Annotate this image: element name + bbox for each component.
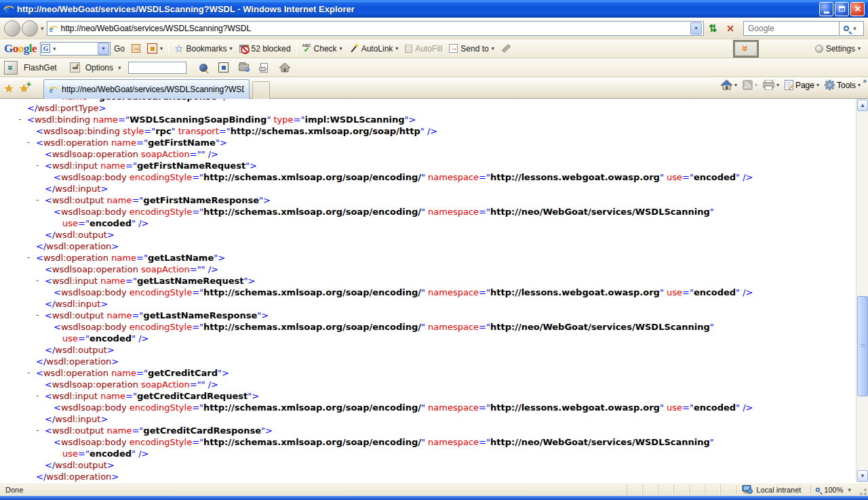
xml-lines: </wsdl:portType>-<wsdl:binding name="WSD… [0, 102, 856, 482]
spellcheck-dropdown[interactable]: ▾ [340, 45, 342, 51]
resize-grip[interactable] [858, 486, 867, 496]
address-bar[interactable]: e http://neo/WebGoat/services/WSDLScanni… [47, 21, 704, 36]
refresh-button[interactable]: ⇅ [704, 20, 722, 37]
stop-button[interactable] [722, 20, 739, 37]
xml-collapse-toggle[interactable]: - [36, 160, 39, 171]
close-button[interactable] [850, 2, 865, 16]
xml-line: </wsdl:operation> [0, 356, 856, 367]
xml-line: </wsdl:input> [0, 298, 856, 310]
xml-collapse-toggle[interactable]: - [18, 114, 21, 125]
capture-button[interactable] [214, 62, 234, 72]
favorites-center-button[interactable]: ★ [4, 82, 14, 95]
xml-collapse-toggle[interactable]: - [36, 425, 39, 436]
sendto-button[interactable]: Send to▾ [446, 44, 497, 54]
cube-dropdown[interactable]: ▾ [160, 45, 163, 51]
google-logo: Google [4, 42, 37, 56]
google-sitesearch-button[interactable]: ▾ [144, 43, 166, 54]
xml-collapse-toggle[interactable]: - [27, 367, 30, 379]
refresh-icon: ⇅ [709, 22, 717, 35]
flashget-chevron-icon: » [740, 45, 751, 51]
new-tab-stub[interactable] [252, 81, 270, 99]
xml-collapse-toggle[interactable]: - [36, 275, 39, 287]
vertical-scrollbar[interactable]: ▲ ▼ [856, 99, 868, 482]
google-go-button[interactable]: Go [111, 44, 128, 54]
xml-line: <wsdlsoap:body encodingStyle="http://sch… [0, 436, 856, 448]
sendto-dropdown[interactable]: ▾ [492, 45, 494, 51]
flashget-home-button[interactable] [275, 63, 295, 72]
back-button[interactable]: ← [4, 20, 20, 37]
zoom-control[interactable]: 100% ▾ [810, 486, 858, 494]
address-dropdown-button[interactable]: ▾ [690, 22, 702, 35]
xml-collapse-toggle[interactable]: - [36, 390, 39, 402]
search-options-dropdown[interactable]: ▾ [853, 25, 856, 32]
status-bar: Done Local intranet 100% ▾ [0, 482, 868, 496]
feed-button [743, 80, 753, 90]
autolink-button[interactable]: AutoLink▾ [346, 44, 402, 54]
xml-collapse-toggle[interactable]: - [27, 137, 30, 148]
xml-line: <wsdlsoap:body encodingStyle="http://sch… [0, 206, 856, 217]
xml-line: -<wsdl:operation name="getCreditCard"> [0, 367, 856, 379]
xml-line: <wsdlsoap:operation soapAction="" /> [0, 148, 856, 160]
capture-target-icon [218, 62, 229, 72]
xml-collapse-toggle[interactable]: - [36, 194, 39, 206]
site-explorer-button[interactable] [234, 64, 254, 71]
spellcheck-button[interactable]: ABC✓Check▾ [299, 43, 346, 54]
flashget-label-button[interactable]: FlashGet [20, 63, 60, 72]
page-menu-button[interactable]: Page [795, 81, 814, 90]
google-search-dropdown[interactable]: ▾ [98, 43, 109, 55]
google-search-field[interactable]: G ▾ ▾ [40, 42, 111, 56]
toolbar-overflow-chevron[interactable]: » [863, 77, 867, 85]
bookmarks-dropdown[interactable]: ▾ [230, 45, 233, 51]
options-button[interactable]: Options [82, 63, 117, 72]
autolink-dropdown[interactable]: ▾ [395, 45, 398, 51]
page-dropdown[interactable]: ▾ [816, 82, 819, 88]
restore-button[interactable] [835, 2, 849, 16]
status-pane [658, 484, 673, 495]
minimize-icon [824, 12, 829, 14]
web-search-button[interactable] [193, 64, 214, 72]
options-dropdown[interactable]: ▾ [118, 64, 121, 71]
print-button[interactable] [763, 80, 774, 90]
zoom-dropdown[interactable]: ▾ [848, 486, 851, 493]
add-favorite-button[interactable]: ★ [19, 82, 28, 95]
bookmarks-button[interactable]: ☆Bookmarks▾ [171, 43, 236, 55]
home-dropdown[interactable]: ▾ [734, 82, 737, 88]
history-dropdown[interactable]: ▾ [41, 25, 44, 32]
tools-dropdown[interactable]: ▾ [858, 82, 861, 88]
download-page-button[interactable] [254, 63, 275, 72]
google-news-button[interactable] [128, 44, 144, 53]
status-pane [673, 484, 689, 495]
xml-line: </wsdl:portType> [0, 102, 856, 114]
scrollbar-thumb[interactable] [857, 296, 868, 396]
home-button[interactable] [721, 80, 732, 90]
address-url[interactable]: http://neo/WebGoat/services/WSDLScanning… [61, 24, 690, 33]
google-toolbar: Google G ▾ ▾ Go ▾ ☆Bookmarks▾ 52 blocked… [0, 39, 868, 58]
status-pane [720, 484, 736, 495]
search-input[interactable] [747, 23, 836, 34]
xml-line: -<wsdl:input name="getLastNameRequest"> [0, 275, 856, 287]
settings-dropdown[interactable]: ▾ [858, 45, 861, 51]
flashget-search-field[interactable] [128, 62, 186, 74]
xml-line: <wsdlsoap:body encodingStyle="http://sch… [0, 171, 856, 183]
search-box[interactable] [743, 21, 840, 36]
xml-line: <wsdlsoap:body encodingStyle="http://sch… [0, 287, 856, 298]
xml-collapse-toggle[interactable]: - [36, 310, 39, 321]
tab-active[interactable]: e http://neo/WebGoat/services/WSDLScanni… [43, 79, 250, 99]
settings-button[interactable]: Settings▾ [812, 44, 864, 54]
popup-blocker-button[interactable]: 52 blocked [236, 44, 294, 54]
print-dropdown[interactable]: ▾ [776, 82, 779, 88]
flashget-dropzone[interactable]: » [733, 40, 759, 58]
google-g-dropdown[interactable]: ▾ [53, 45, 56, 52]
forward-button[interactable]: → [22, 20, 38, 37]
scroll-down-button[interactable]: ▼ [857, 470, 868, 482]
search-go-button[interactable]: ▾ [840, 21, 864, 36]
title-bar: e http://neo/WebGoat/services/WSDLScanni… [0, 0, 868, 18]
xml-line: </wsdl:output> [0, 459, 856, 471]
flashget-icon[interactable]: » [4, 61, 18, 75]
tools-menu-button[interactable]: Tools [837, 81, 856, 90]
flashget-search-input[interactable] [129, 62, 186, 73]
scroll-up-button[interactable]: ▲ [857, 100, 868, 111]
xml-line: <wsdlsoap:body encodingStyle="http://sch… [0, 321, 856, 333]
xml-collapse-toggle[interactable]: - [27, 252, 30, 264]
minimize-button[interactable] [819, 2, 833, 16]
